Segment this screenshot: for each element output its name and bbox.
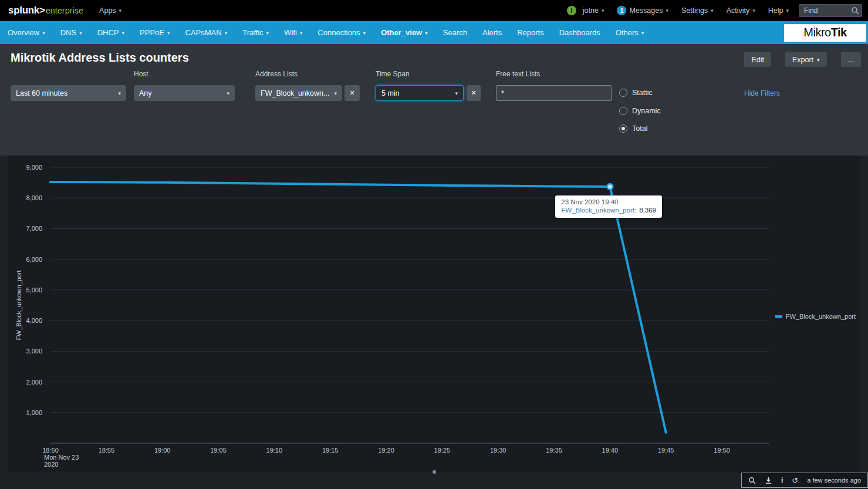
edit-button[interactable]: Edit bbox=[744, 52, 771, 67]
nav-item-dns[interactable]: DNS▾ bbox=[53, 21, 90, 44]
nav-item-traffic[interactable]: Traffic▾ bbox=[235, 21, 276, 44]
nav-item-wifi[interactable]: Wifi▾ bbox=[276, 21, 310, 44]
nav-item-connections[interactable]: Connections▾ bbox=[310, 21, 373, 44]
nav-item-pppoe[interactable]: PPPoE▾ bbox=[132, 21, 177, 44]
free-text-input[interactable] bbox=[496, 85, 612, 101]
nav-label: Connections bbox=[318, 28, 360, 37]
license-info-icon[interactable]: i bbox=[567, 6, 576, 15]
svg-text:19:20: 19:20 bbox=[378, 447, 394, 454]
export-download-icon[interactable] bbox=[765, 477, 772, 484]
nav-label: Reports bbox=[517, 28, 544, 37]
svg-text:19:05: 19:05 bbox=[210, 447, 227, 454]
radio-total[interactable]: Total bbox=[619, 124, 647, 133]
svg-text:2,000: 2,000 bbox=[26, 379, 42, 386]
user-menu[interactable]: jotne ▾ bbox=[576, 0, 611, 21]
chevron-down-icon: ▾ bbox=[79, 30, 82, 36]
free-text-filter-label: Free text Lists bbox=[496, 70, 540, 78]
chevron-down-icon: ▾ bbox=[225, 30, 228, 36]
svg-text:4,000: 4,000 bbox=[26, 317, 42, 324]
chevron-down-icon: ▾ bbox=[752, 8, 755, 14]
refresh-icon[interactable]: ↺ bbox=[792, 477, 798, 484]
tooltip-date: 23 Nov 2020 19:40 bbox=[561, 198, 656, 205]
radio-static-circle[interactable] bbox=[619, 89, 627, 97]
svg-text:19:35: 19:35 bbox=[546, 447, 562, 454]
svg-text:9,000: 9,000 bbox=[26, 164, 42, 171]
svg-text:FW_Block_unkown_port: FW_Block_unkown_port bbox=[15, 270, 22, 340]
nav-item-dhcp[interactable]: DHCP▾ bbox=[90, 21, 132, 44]
nav-item-capsman[interactable]: CAPsMAN▾ bbox=[178, 21, 235, 44]
address-lists-filter-label: Address Lists bbox=[255, 70, 298, 78]
export-button-label: Export bbox=[792, 56, 813, 64]
chevron-down-icon: ▾ bbox=[363, 30, 366, 36]
radio-dynamic[interactable]: Dynamic bbox=[619, 107, 661, 115]
open-in-search-icon[interactable] bbox=[748, 477, 756, 484]
svg-text:8,000: 8,000 bbox=[26, 194, 42, 201]
nav-label: PPPoE bbox=[140, 28, 164, 37]
help-menu[interactable]: Help ▾ bbox=[762, 0, 795, 21]
nav-item-search[interactable]: Search bbox=[435, 21, 475, 44]
splunk-logo[interactable]: splunk> enterprise bbox=[0, 5, 93, 16]
apps-menu[interactable]: Apps ▾ bbox=[93, 0, 128, 21]
chevron-down-icon: ▾ bbox=[227, 90, 229, 96]
activity-menu[interactable]: Activity ▾ bbox=[720, 0, 762, 21]
radio-static[interactable]: Stattic bbox=[619, 89, 653, 97]
nav-item-alerts[interactable]: Alerts bbox=[475, 21, 509, 44]
user-menu-label: jotne bbox=[583, 6, 599, 15]
time-span-dropdown[interactable]: 5 min ▾ bbox=[376, 85, 464, 101]
app-navbar: Overview▾ DNS▾ DHCP▾ PPPoE▾ CAPsMAN▾ Tra… bbox=[0, 21, 868, 44]
tooltip-series-label: FW_Block_unkown_port: bbox=[561, 207, 636, 214]
panel-pagination-dot[interactable] bbox=[433, 470, 436, 474]
nav-label: Other_view bbox=[381, 28, 422, 37]
chevron-down-icon: ▾ bbox=[641, 30, 644, 36]
address-lists-clear-button[interactable]: ✕ bbox=[345, 85, 360, 101]
nav-label: Search bbox=[443, 28, 467, 37]
nav-label: Wifi bbox=[284, 28, 297, 37]
hide-filters-link[interactable]: Hide Filters bbox=[744, 89, 780, 97]
time-range-picker[interactable]: Last 60 minutes ▾ bbox=[11, 85, 126, 101]
nav-item-overview[interactable]: Overview▾ bbox=[0, 21, 53, 44]
nav-item-reports[interactable]: Reports bbox=[509, 21, 552, 44]
chevron-down-icon: ▾ bbox=[300, 30, 303, 36]
chevron-down-icon: ▾ bbox=[334, 90, 337, 96]
topbar-right-group: i jotne ▾ 1 Messages ▾ Settings ▾ Activi… bbox=[567, 0, 868, 21]
close-icon: ✕ bbox=[471, 89, 476, 97]
messages-menu[interactable]: 1 Messages ▾ bbox=[610, 0, 675, 21]
chevron-down-icon: ▾ bbox=[711, 8, 714, 14]
chevron-down-icon: ▾ bbox=[118, 90, 121, 96]
settings-menu[interactable]: Settings ▾ bbox=[675, 0, 720, 21]
mikrotik-logo-suffix: Tik bbox=[831, 26, 847, 39]
splunk-logo-text: splunk> bbox=[8, 5, 45, 16]
more-options-button[interactable]: ... bbox=[841, 52, 861, 67]
svg-text:19:00: 19:00 bbox=[154, 447, 171, 454]
nav-item-other-view[interactable]: Other_view▾ bbox=[373, 21, 435, 44]
radio-static-label: Stattic bbox=[632, 89, 653, 97]
svg-text:7,000: 7,000 bbox=[26, 225, 42, 232]
host-dropdown[interactable]: Any ▾ bbox=[134, 85, 235, 101]
mikrotik-logo-prefix: Mikro bbox=[803, 26, 830, 39]
legend-swatch bbox=[775, 315, 782, 318]
inspect-info-icon[interactable]: i bbox=[781, 477, 783, 484]
svg-text:2020: 2020 bbox=[44, 461, 58, 468]
line-chart[interactable]: 1,0002,0003,0004,0005,0006,0007,0008,000… bbox=[8, 156, 860, 473]
radio-dynamic-circle[interactable] bbox=[619, 107, 627, 115]
dashboard-body: 1,0002,0003,0004,0005,0006,0007,0008,000… bbox=[0, 156, 868, 489]
chevron-down-icon: ▾ bbox=[425, 30, 428, 36]
time-span-dropdown-value: 5 min bbox=[381, 89, 400, 97]
tooltip-value: 8,369 bbox=[639, 207, 656, 214]
radio-total-label: Total bbox=[632, 124, 647, 133]
radio-total-circle[interactable] bbox=[619, 124, 627, 133]
svg-text:1,000: 1,000 bbox=[26, 409, 42, 416]
svg-text:19:25: 19:25 bbox=[434, 447, 451, 454]
svg-text:18:55: 18:55 bbox=[99, 447, 115, 454]
svg-text:19:30: 19:30 bbox=[490, 447, 506, 454]
chart-legend-item[interactable]: FW_Block_unkown_port bbox=[775, 313, 856, 320]
address-lists-dropdown[interactable]: FW_Block_unkown... ▾ bbox=[255, 85, 342, 101]
more-options-icon: ... bbox=[848, 56, 854, 64]
nav-item-others[interactable]: Others▾ bbox=[608, 21, 652, 44]
help-menu-label: Help bbox=[768, 6, 783, 15]
export-button[interactable]: Export▾ bbox=[785, 52, 827, 67]
chevron-down-icon: ▾ bbox=[122, 30, 125, 36]
time-span-clear-button[interactable]: ✕ bbox=[467, 85, 481, 101]
settings-menu-label: Settings bbox=[681, 6, 708, 15]
nav-item-dashboards[interactable]: Dashboards bbox=[552, 21, 608, 44]
